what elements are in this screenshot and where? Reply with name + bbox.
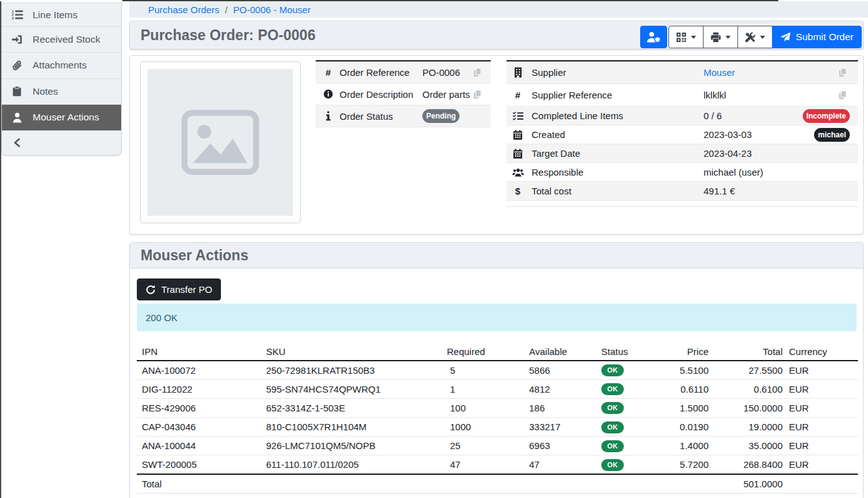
chevron-left-icon (10, 138, 24, 147)
building-icon (510, 67, 526, 78)
supplier-link[interactable]: Mouser (704, 67, 735, 78)
cell-required: 100 (442, 398, 524, 417)
table-row: CAP-043046 810-C1005X7R1H104M 1000 33321… (137, 418, 858, 437)
detail-label: Completed Line Items (532, 110, 623, 121)
cell-total: 27.5500 (714, 361, 788, 379)
table-row: DIG-112022 595-SN74HCS74QPWRQ1 1 4812 OK… (137, 379, 858, 398)
cell-total: 19.0000 (714, 418, 788, 437)
cell-sku: 595-SN74HCS74QPWRQ1 (261, 379, 442, 398)
line-items-status-badge: Incomplete (803, 109, 850, 123)
copy-icon[interactable] (839, 68, 847, 77)
col-header-price[interactable]: Price (667, 343, 714, 361)
cell-available: 186 (524, 398, 596, 417)
rotate-right-icon (146, 285, 156, 295)
sidebar-item-line-items[interactable]: 1 2 3 Line Items (2, 3, 121, 27)
cell-required: 47 (442, 455, 524, 474)
user-icon (10, 112, 24, 123)
cell-price: 1.4000 (667, 437, 714, 455)
copy-icon[interactable] (839, 90, 847, 100)
cell-currency: EUR (788, 379, 858, 398)
cell-required: 5 (442, 361, 524, 379)
detail-label: Responsible (532, 167, 584, 177)
order-status-badge: Pending (422, 109, 459, 123)
detail-label: Total cost (532, 186, 571, 196)
cell-required: 25 (442, 437, 524, 455)
cell-currency: EUR (788, 361, 858, 379)
table-row: ANA-100044 926-LMC7101QM5/NOPB 25 6963 O… (137, 437, 858, 455)
calendar-icon (510, 130, 526, 140)
admin-button[interactable] (640, 26, 667, 48)
mouser-actions-panel: Mouser Actions Transfer PO 200 OK IPN (129, 242, 864, 498)
detail-value: Order parts (422, 89, 470, 100)
detail-row-completed-line-items: Completed Line Items 0 / 6 Incomplete (506, 107, 858, 125)
sidebar-collapse-button[interactable] (2, 130, 121, 155)
submit-order-label: Submit Order (796, 31, 854, 43)
col-header-currency[interactable]: Currency (788, 343, 858, 361)
cell-total: 268.8400 (714, 455, 788, 474)
barcode-actions-button[interactable] (668, 26, 704, 48)
cell-status: OK (596, 398, 667, 417)
footer-total: 501.0000 (714, 474, 788, 493)
chevron-down-icon (691, 36, 696, 39)
detail-value: michael (user) (704, 167, 763, 177)
svg-text:3: 3 (11, 16, 14, 20)
col-header-sku[interactable]: SKU (261, 343, 442, 361)
cell-total: 150.0000 (714, 398, 788, 417)
cell-sku: 810-C1005X7R1H104M (261, 418, 442, 437)
breadcrumb-link-current[interactable]: PO-0006 - Mouser (233, 4, 311, 15)
users-icon (510, 168, 526, 177)
breadcrumb-separator: / (225, 4, 227, 15)
col-header-total[interactable]: Total (714, 343, 788, 361)
detail-row-total-cost: $ Total cost 491.1 € (506, 182, 858, 201)
mouser-actions-heading: Mouser Actions (130, 243, 863, 268)
breadcrumb: Purchase Orders / PO-0006 - Mouser (129, 1, 868, 18)
line-items-table: IPN SKU Required Available Status Price … (137, 343, 858, 494)
sidebar-item-attachments[interactable]: Attachments (2, 53, 121, 78)
col-header-available[interactable]: Available (524, 343, 596, 361)
cell-available: 333217 (524, 418, 596, 437)
detail-value: 2023-03-03 (704, 129, 752, 140)
sidebar-item-notes[interactable]: Notes (2, 79, 121, 105)
hashtag-icon: # (510, 90, 526, 100)
cell-currency: EUR (788, 398, 858, 417)
detail-label: Supplier (532, 67, 566, 78)
detail-row-order-status: Order Status Pending (316, 105, 491, 127)
sidebar-item-mouser-actions[interactable]: Mouser Actions (2, 105, 121, 130)
sidebar-item-received-stock[interactable]: Received Stock (2, 27, 121, 53)
table-row: ANA-100072 250-72981KLRATR150B3 5 5866 O… (137, 361, 858, 379)
transfer-po-button[interactable]: Transfer PO (137, 278, 221, 300)
submit-order-button[interactable]: Submit Order (772, 26, 862, 48)
cell-sku: 250-72981KLRATR150B3 (261, 361, 442, 379)
part-image-card[interactable] (140, 61, 301, 223)
cell-currency: EUR (788, 418, 858, 437)
order-actions-button[interactable] (737, 26, 773, 48)
cell-price: 5.7200 (667, 455, 714, 474)
cell-required: 1000 (442, 418, 524, 437)
detail-row-supplier-reference: # Supplier Reference lklklkl (506, 84, 858, 107)
cell-price: 0.0190 (667, 418, 714, 437)
col-header-ipn[interactable]: IPN (137, 343, 261, 361)
cell-ipn: ANA-100072 (137, 361, 261, 379)
sidebar-item-label: Mouser Actions (33, 112, 99, 123)
qrcode-icon (676, 32, 687, 43)
list-check-icon (510, 112, 526, 120)
order-details-table: # Order Reference PO-0006 O (316, 60, 491, 127)
circle-info-icon (321, 89, 336, 99)
cell-status: OK (596, 437, 667, 455)
col-header-status[interactable]: Status (596, 343, 667, 361)
print-actions-button[interactable] (703, 26, 738, 48)
detail-row-order-reference: # Order Reference PO-0006 (316, 61, 491, 83)
paper-plane-icon (780, 32, 791, 43)
transfer-po-label: Transfer PO (161, 284, 212, 295)
col-header-required[interactable]: Required (442, 343, 524, 361)
breadcrumb-link-purchase-orders[interactable]: Purchase Orders (148, 4, 219, 15)
order-info-table: Supplier Mouser # Supplier Reference lkl… (506, 60, 858, 207)
cell-status: OK (596, 455, 667, 474)
sidebar-item-label: Received Stock (33, 34, 100, 45)
page-header-panel: Purchase Order: PO-0006 (129, 21, 864, 50)
order-details-panel: # Order Reference PO-0006 O (129, 55, 864, 235)
copy-icon[interactable] (473, 90, 481, 99)
cell-status: OK (596, 361, 667, 379)
copy-icon[interactable] (473, 68, 481, 77)
header-actions: Submit Order (640, 26, 862, 48)
